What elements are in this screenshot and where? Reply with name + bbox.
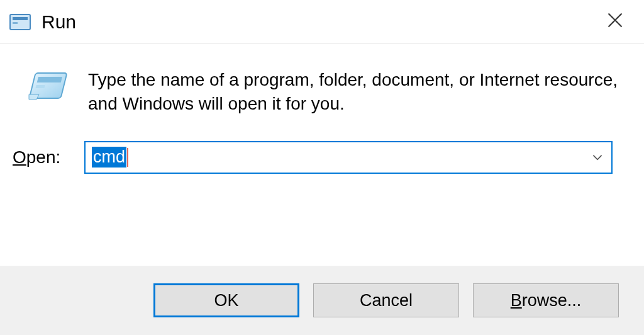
description-text: Type the name of a program, folder, docu…	[88, 68, 619, 116]
browse-button[interactable]: Browse...	[473, 283, 619, 317]
svg-rect-1	[13, 17, 28, 20]
button-bar: OK Cancel Browse...	[0, 266, 644, 335]
svg-rect-2	[13, 22, 18, 24]
window-title: Run	[42, 11, 76, 33]
titlebar-left: Run	[9, 11, 76, 33]
titlebar: Run	[0, 0, 644, 44]
ok-button[interactable]: OK	[153, 283, 299, 317]
open-combobox[interactable]: cmd	[84, 141, 613, 174]
input-selected-value: cmd	[92, 147, 126, 168]
dialog-content: Type the name of a program, folder, docu…	[0, 44, 644, 266]
svg-rect-7	[36, 85, 45, 88]
open-label: Open:	[13, 147, 69, 168]
cancel-button-label: Cancel	[360, 291, 413, 310]
dropdown-arrow[interactable]	[584, 142, 611, 173]
open-input-row: Open: cmd	[13, 141, 619, 174]
run-large-icon	[28, 69, 69, 103]
cancel-button[interactable]: Cancel	[313, 283, 459, 317]
run-title-icon	[9, 13, 31, 31]
browse-button-label: Browse...	[511, 291, 582, 310]
close-button[interactable]	[599, 9, 631, 35]
ok-button-label: OK	[214, 291, 238, 310]
text-caret	[127, 148, 128, 167]
run-dialog: Run	[0, 0, 644, 335]
open-input[interactable]: cmd	[86, 142, 584, 173]
svg-rect-6	[37, 77, 62, 82]
description-row: Type the name of a program, folder, docu…	[13, 68, 619, 116]
